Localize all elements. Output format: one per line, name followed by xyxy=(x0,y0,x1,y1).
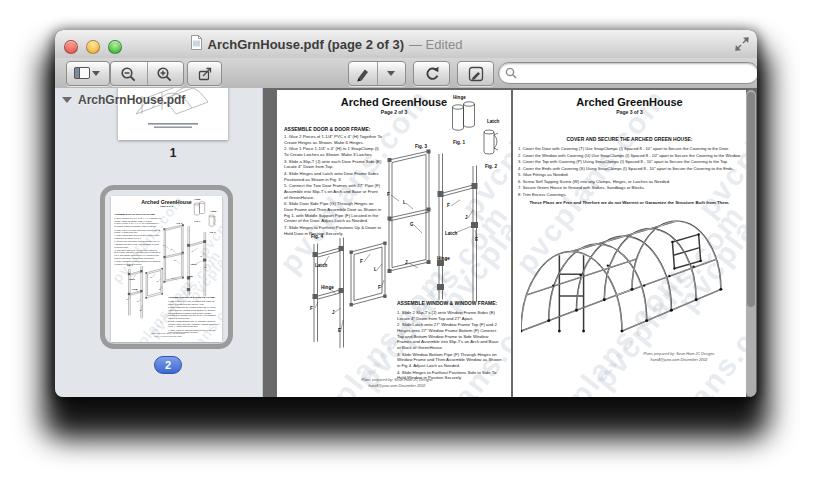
sidebar-filename: ArchGrnHouse.pdf xyxy=(78,93,185,107)
toolbar xyxy=(55,58,757,89)
annotate-dropdown[interactable] xyxy=(377,62,406,85)
instruction-step: 6. Screw Self Tapping Screw (W) into any… xyxy=(518,179,742,185)
window-edited-suffix: — Edited xyxy=(409,37,462,52)
pdf-page-3: pvcplans.com pvcplans.com pvcplans.com p… xyxy=(513,90,746,397)
chevron-down-icon xyxy=(92,71,100,76)
thumbnail-2-badge: 2 xyxy=(154,356,182,374)
thumbnail-sidebar: ArchGrnHouse.pdf 1 pvcplans.com pvcplans… xyxy=(55,88,263,397)
document-icon xyxy=(190,35,203,54)
credit-line-2: hunt4@juno.com December 2002 xyxy=(619,358,739,364)
annotate-pen-icon xyxy=(355,66,371,82)
chevron-down-icon xyxy=(387,71,395,76)
search-icon xyxy=(505,67,517,79)
zoom-in-button[interactable] xyxy=(147,62,184,85)
annotate-pen-button[interactable] xyxy=(349,62,377,85)
instruction-step: 2. Cover the Window with Covering (U) Us… xyxy=(518,153,742,159)
instruction-step: 4. Cover the Ends with Covering (S) Usin… xyxy=(518,166,742,172)
share-button[interactable] xyxy=(187,61,222,86)
window-title-text: ArchGrnHouse.pdf (page 2 of 3) xyxy=(208,37,404,52)
sidebar-panel-icon xyxy=(74,65,90,83)
instruction-step: 5. Glue Fittings as Needed. xyxy=(518,172,742,178)
instruction-step: 7. Secure Green House to Ground with Sta… xyxy=(518,185,742,191)
page3-subtitle: Page 3 of 3 xyxy=(513,109,746,115)
scrollbar-thumb[interactable] xyxy=(747,92,755,307)
page2-figures-drawing xyxy=(277,90,511,397)
cover-section-heading: COVER AND SECURE THE ARCHED GREEN HOUSE: xyxy=(513,136,746,142)
title-bar[interactable]: ArchGrnHouse.pdf (page 2 of 3) — Edited xyxy=(55,30,757,59)
thumbnail-1-label: 1 xyxy=(118,146,228,160)
page3-credits: Plans prepared by: Sean Hunt JC Designs … xyxy=(619,352,739,363)
vertical-scrollbar[interactable] xyxy=(746,90,756,397)
window-content: ArchGrnHouse.pdf 1 pvcplans.com pvcplans… xyxy=(55,88,757,397)
instruction-step: 3. Cover the Top with Covering (P) Using… xyxy=(518,159,742,165)
sidebar-header[interactable]: ArchGrnHouse.pdf xyxy=(62,93,185,107)
fullscreen-icon[interactable] xyxy=(735,37,749,51)
desktop: ArchGrnHouse.pdf (page 2 of 3) — Edited xyxy=(0,0,814,478)
preview-window: ArchGrnHouse.pdf (page 2 of 3) — Edited xyxy=(55,30,757,397)
page3-title: Arched GreenHouse xyxy=(513,96,746,108)
annotate-button-group xyxy=(348,61,406,86)
markup-pencil-icon xyxy=(468,66,484,82)
instruction-step: 1. Cover the Door with Covering (T) Use … xyxy=(518,146,742,152)
page2-figures-drawing xyxy=(111,196,222,342)
pdf-viewer: pvcplans.com pvcplans.com pvcplans.com p… xyxy=(263,88,757,397)
zoom-button-group xyxy=(110,61,184,86)
sidebar-toggle-button[interactable] xyxy=(66,61,110,86)
cover-steps-list: 1. Cover the Door with Covering (T) Use … xyxy=(518,146,742,198)
page3-disclaimer: These Plans are Free and Therfore we do … xyxy=(519,200,740,205)
greenhouse-drawing xyxy=(521,206,735,350)
zoom-out-button[interactable] xyxy=(111,62,147,85)
rotate-left-button[interactable] xyxy=(413,61,450,86)
rotate-left-icon xyxy=(424,66,440,82)
disclosure-triangle-icon[interactable] xyxy=(62,97,72,103)
thumbnail-page-2[interactable]: pvcplans.com pvcplans.com pvcplans.com p… xyxy=(111,196,222,342)
zoom-in-icon xyxy=(156,66,174,82)
zoom-out-icon xyxy=(120,66,138,82)
instruction-step: 8. Trim Excess Coverings. xyxy=(518,192,742,198)
markup-toolbar-button[interactable] xyxy=(457,61,494,86)
share-icon xyxy=(197,66,213,82)
search-input[interactable] xyxy=(521,65,752,81)
pdf-page-2: pvcplans.com pvcplans.com pvcplans.com p… xyxy=(277,90,511,397)
search-field[interactable] xyxy=(498,62,757,84)
window-title: ArchGrnHouse.pdf (page 2 of 3) — Edited xyxy=(55,30,597,58)
